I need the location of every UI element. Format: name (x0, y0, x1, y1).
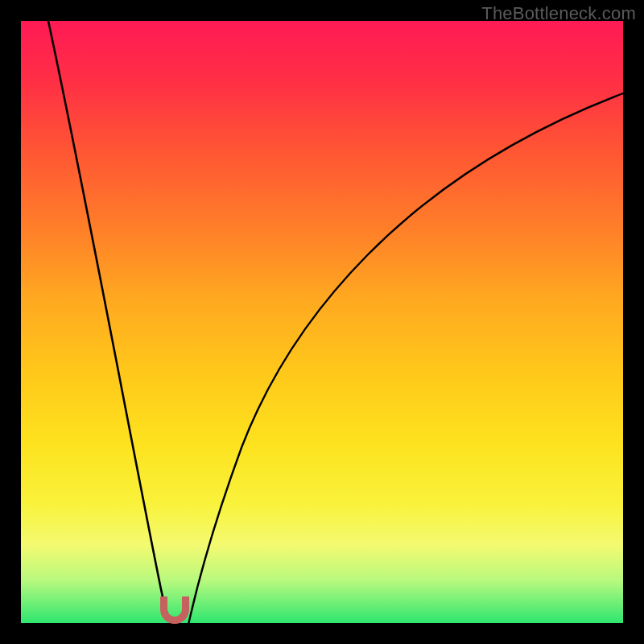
chart-curves (0, 0, 644, 644)
watermark-text: TheBottleneck.com (481, 3, 636, 24)
curve-right (188, 93, 623, 625)
curve-left (48, 21, 172, 625)
